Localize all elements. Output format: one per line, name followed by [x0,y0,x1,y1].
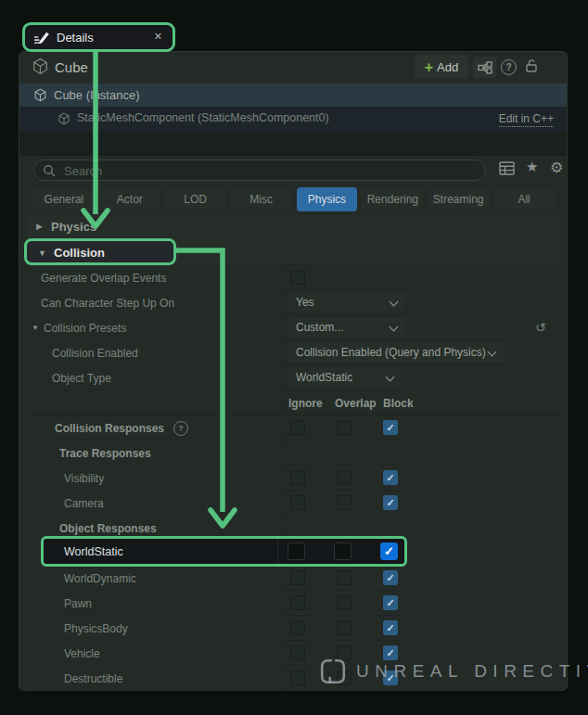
row-collision-responses: Collision Responses ? ✓ [27,415,561,440]
row-generate-overlap-events: Generate Overlap Events [27,265,561,290]
close-icon[interactable]: ✕ [154,31,162,43]
collision-enabled-dropdown[interactable]: Collision Enabled (Query and Physics) [288,343,504,362]
node-graph-icon [478,61,492,74]
help-button[interactable]: ? [501,59,517,75]
reset-to-default-icon[interactable]: ↺ [535,320,546,335]
tab-streaming[interactable]: Streaming [428,187,489,211]
visibility-overlap-checkbox[interactable] [337,470,352,485]
pawn-block-checkbox[interactable]: ✓ [383,595,398,610]
check-icon: ✓ [386,472,394,483]
open-blueprint-button[interactable] [473,57,496,78]
search-icon [43,164,57,178]
tab-physics[interactable]: Physics [297,187,358,211]
filter-tabs: General Actor LOD Misc Physics Rendering… [33,187,555,211]
row-pawn: Pawn ✓ [27,591,561,616]
plus-icon: + [425,60,433,75]
collision-presets-dropdown[interactable]: Custom... [288,318,405,337]
world-dynamic-ignore-checkbox[interactable] [290,570,305,585]
column-header-ignore: Ignore [288,397,323,410]
row-world-dynamic: WorldDynamic ✓ [27,566,561,591]
check-icon: ✓ [386,572,394,583]
camera-ignore-checkbox[interactable] [290,495,305,510]
help-icon: ? [505,62,511,72]
world-static-block-checkbox[interactable]: ✓ [380,543,398,560]
tab-rendering[interactable]: Rendering [362,187,423,211]
can-character-step-up-on-dropdown[interactable]: Yes [288,293,405,312]
row-world-static: WorldStatic ✓ [41,536,407,567]
settings-gear-icon[interactable]: ⚙ [550,159,563,176]
collision-responses-block-checkbox[interactable]: ✓ [383,420,398,435]
row-camera: Camera ✓ [27,491,561,516]
check-icon: ✓ [384,544,394,558]
collapsed-triangle-icon[interactable]: ▶ [36,222,43,231]
check-icon: ✓ [386,422,394,433]
annotation-arrow-collision-to-worldstatic [173,237,239,534]
row-response-column-headers: Ignore Overlap Block [27,390,561,415]
unreal-directive-watermark: UNREAL DIRECTIVE [319,658,588,685]
unreal-directive-logo-icon [319,658,347,685]
tab-lod[interactable]: LOD [165,187,226,211]
cube-icon [58,112,70,125]
tab-misc[interactable]: Misc [231,187,292,211]
expanded-triangle-icon[interactable]: ▼ [38,249,46,258]
check-icon: ✓ [386,622,394,633]
unlock-icon[interactable] [525,58,538,73]
details-tab[interactable]: Details ✕ [22,22,175,52]
visibility-block-checkbox[interactable]: ✓ [383,470,398,485]
chevron-down-icon [390,298,399,307]
row-trace-responses-header: Trace Responses [27,440,561,466]
row-object-type: Object Type WorldStatic [27,365,561,390]
camera-block-checkbox[interactable]: ✓ [383,495,398,510]
chevron-down-icon [488,348,497,357]
details-pencil-icon [33,31,50,45]
world-static-overlap-checkbox[interactable] [334,543,352,560]
edit-in-cpp-link[interactable]: Edit in C++ [499,112,554,127]
cube-icon [32,57,49,75]
check-icon: ✓ [386,497,394,508]
camera-overlap-checkbox[interactable] [337,495,352,510]
row-collision-enabled: Collision Enabled Collision Enabled (Que… [27,340,561,365]
expanded-triangle-icon[interactable]: ▼ [32,324,39,332]
favorites-star-icon[interactable]: ★ [526,159,538,175]
unreal-details-panel-screenshot: Cube + Add ? [0,0,588,715]
chevron-down-icon [390,323,399,332]
destructible-ignore-checkbox[interactable] [290,670,305,685]
object-type-dropdown[interactable]: WorldStatic [288,368,402,387]
category-collision[interactable]: ▼ Collision [24,238,176,265]
row-can-character-step-up-on: Can Character Step Up On Yes [27,290,561,315]
collision-responses-ignore-checkbox[interactable] [290,420,305,435]
cube-icon [33,88,47,102]
display-grid-icon[interactable] [499,161,515,175]
details-tab-title: Details [57,31,94,45]
pawn-ignore-checkbox[interactable] [290,595,305,610]
tab-all[interactable]: All [493,187,555,211]
physics-body-ignore-checkbox[interactable] [290,620,305,635]
row-physics-body: PhysicsBody ✓ [27,616,561,641]
row-collision-presets: ▼ Collision Presets Custom... ↺ [27,315,561,340]
chevron-down-icon [386,373,395,382]
column-header-block: Block [383,397,414,410]
physics-body-overlap-checkbox[interactable] [337,620,352,635]
collision-properties: Generate Overlap Events Can Character St… [27,265,561,691]
tree-label-component: StaticMeshComponent (StaticMeshComponent… [77,111,329,124]
world-dynamic-overlap-checkbox[interactable] [337,570,352,585]
check-icon: ✓ [386,597,394,608]
search-input[interactable] [62,161,465,181]
row-visibility: Visibility ✓ [27,466,561,491]
generate-overlap-events-checkbox[interactable] [290,270,305,285]
add-button[interactable]: + Add [415,56,468,79]
column-header-overlap: Overlap [335,397,377,410]
collision-responses-overlap-checkbox[interactable] [337,420,352,435]
annotation-arrow-details-to-collision [80,51,111,236]
physics-body-block-checkbox[interactable]: ✓ [383,620,398,635]
visibility-ignore-checkbox[interactable] [290,470,305,485]
world-static-ignore-checkbox[interactable] [288,543,305,560]
vehicle-ignore-checkbox[interactable] [290,645,305,660]
pawn-overlap-checkbox[interactable] [337,595,352,610]
world-dynamic-block-checkbox[interactable]: ✓ [383,570,398,585]
